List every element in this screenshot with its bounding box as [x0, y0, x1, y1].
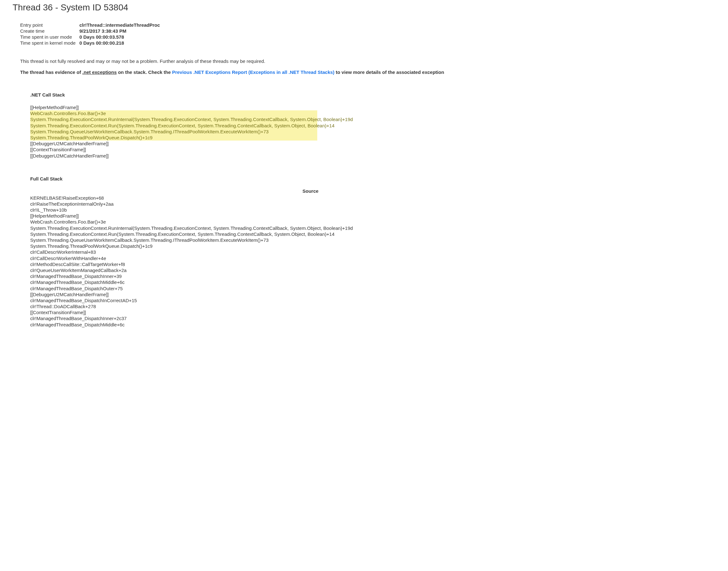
info-value: 9/21/2017 3:38:43 PM [77, 28, 162, 34]
stack-frame: clr!CallDescrWorkerInternal+83 [30, 249, 715, 255]
info-row-kernel-mode: Time spent in kernel mode 0 Days 00:00:0… [20, 40, 162, 46]
net-call-stack: [[HelperMethodFrame]]WebCrash.Controller… [30, 104, 715, 159]
exception-evidence: The thread has evidence of .net exceptio… [20, 70, 715, 75]
stack-frame: System.Threading.ThreadPoolWorkQueue.Dis… [30, 243, 715, 249]
stack-frame: clr!Thread::DoADCallBack+278 [30, 304, 715, 309]
source-column-header: Source [30, 188, 715, 194]
stack-frame: [[HelperMethodFrame]] [30, 213, 715, 219]
stack-frame: clr!RaiseTheExceptionInternalOnly+2aa [30, 201, 715, 207]
stack-frame: clr!ManagedThreadBase_DispatchInner+39 [30, 273, 715, 279]
info-value: 0 Days 00:00:03.578 [77, 34, 162, 40]
stack-frame: System.Threading.ExecutionContext.RunInt… [30, 116, 317, 122]
info-row-user-mode: Time spent in user mode 0 Days 00:00:03.… [20, 34, 162, 40]
stack-frame: WebCrash.Controllers.Foo.Bar()+3e [30, 110, 317, 116]
stack-frame: clr!CallDescrWorkerWithHandler+4e [30, 255, 715, 261]
stack-frame: clr!ManagedThreadBase_DispatchInner+2c37 [30, 315, 715, 321]
stack-frame: clr!ManagedThreadBase_DispatchMiddle+6c [30, 279, 715, 285]
previous-exceptions-link[interactable]: Previous .NET Exceptions Report (Excepti… [172, 70, 335, 75]
stack-frame: clr!ManagedThreadBase_DispatchInCorrectA… [30, 298, 715, 304]
stack-frame: clr!MethodDescCallSite::CallTargetWorker… [30, 261, 715, 267]
stack-frame: System.Threading.ExecutionContext.Run(Sy… [30, 231, 715, 237]
info-label: Time spent in kernel mode [20, 40, 77, 46]
stack-frame: System.Threading.ExecutionContext.Run(Sy… [30, 123, 317, 129]
info-row-create-time: Create time 9/21/2017 3:38:43 PM [20, 28, 162, 34]
evidence-underline: .net exceptions [82, 70, 117, 75]
info-label: Create time [20, 28, 77, 34]
stack-frame: [[DebuggerU2MCatchHandlerFrame]] [30, 292, 715, 298]
stack-frame: System.Threading.QueueUserWorkItemCallba… [30, 237, 715, 243]
page-title: Thread 36 - System ID 53804 [13, 3, 715, 13]
stack-frame: [[DebuggerU2MCatchHandlerFrame]] [30, 153, 715, 159]
stack-frame: System.Threading.ThreadPoolWorkQueue.Dis… [30, 135, 317, 140]
stack-frame: clr!QueueUserWorkItemManagedCallback+2a [30, 267, 715, 273]
stack-frame: clr!IL_Throw+10b [30, 207, 715, 213]
stack-frame: KERNELBASE!RaiseException+68 [30, 195, 715, 201]
stack-frame: clr!ManagedThreadBase_DispatchMiddle+6c [30, 322, 715, 328]
stack-frame: [[HelperMethodFrame]] [30, 104, 715, 110]
thread-report: Thread 36 - System ID 53804 Entry point … [0, 3, 728, 340]
net-call-stack-section: .NET Call Stack [[HelperMethodFrame]]Web… [30, 92, 715, 328]
full-call-stack: KERNELBASE!RaiseException+68clr!RaiseThe… [30, 195, 715, 328]
info-row-entry-point: Entry point clr!Thread::intermediateThre… [20, 22, 162, 28]
info-label: Time spent in user mode [20, 34, 77, 40]
stack-frame: System.Threading.ExecutionContext.RunInt… [30, 225, 715, 231]
info-value: clr!Thread::intermediateThreadProc [77, 22, 162, 28]
stack-frame: [[DebuggerU2MCatchHandlerFrame]] [30, 140, 715, 146]
stack-frame: System.Threading.QueueUserWorkItemCallba… [30, 129, 317, 135]
net-call-stack-heading: .NET Call Stack [30, 92, 715, 98]
info-value: 0 Days 00:00:00.218 [77, 40, 162, 46]
stack-frame: [[ContextTransitionFrame]] [30, 309, 715, 315]
stack-frame: [[ContextTransitionFrame]] [30, 146, 715, 152]
evidence-text-pre: The thread has evidence of [20, 70, 82, 75]
resolution-note: This thread is not fully resolved and ma… [20, 59, 715, 64]
evidence-text-post: to view more details of the associated e… [335, 70, 444, 75]
thread-info-table: Entry point clr!Thread::intermediateThre… [20, 22, 162, 46]
evidence-text-mid: on the stack. Check the [117, 70, 172, 75]
info-label: Entry point [20, 22, 77, 28]
stack-frame: clr!ManagedThreadBase_DispatchOuter+75 [30, 286, 715, 292]
full-call-stack-heading: Full Call Stack [30, 176, 715, 182]
stack-frame: WebCrash.Controllers.Foo.Bar()+3e [30, 219, 715, 225]
